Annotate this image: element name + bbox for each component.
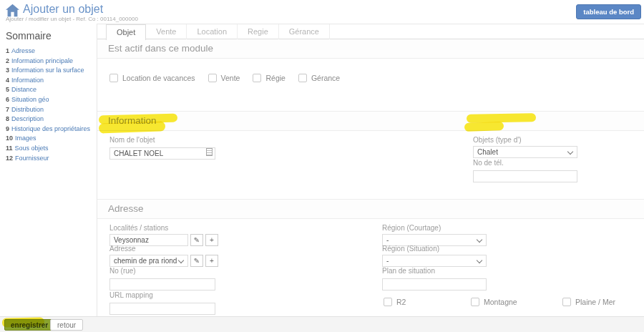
tab-objet[interactable]: Objet: [106, 24, 146, 40]
item-number: 1: [6, 47, 9, 54]
chevron-down-icon: [477, 258, 482, 263]
url-mapping-input[interactable]: [109, 303, 215, 315]
checkbox-plaine-mer[interactable]: Plaine / Mer: [562, 298, 615, 306]
pencil-icon: ✎: [194, 236, 200, 244]
sidebar-item-information-principale[interactable]: 2Information principale: [6, 57, 93, 67]
chevron-down-icon: [567, 149, 573, 155]
checkbox-label: Montagne: [484, 298, 517, 306]
sidebar-item-historique-proprietaires[interactable]: 9Historique des propriétaires: [6, 125, 93, 135]
item-link[interactable]: Situation géo: [11, 96, 49, 103]
select-value: -: [386, 236, 389, 244]
item-link[interactable]: Description: [11, 115, 44, 122]
item-link[interactable]: Information sur la surface: [11, 67, 84, 74]
chevron-down-icon: [477, 237, 482, 243]
section-adresse: Localités / stations ✎ + Adresse chemin …: [97, 219, 644, 328]
item-link[interactable]: Fournisseur: [15, 155, 49, 162]
item-number: 5: [6, 86, 9, 93]
checkbox-vente[interactable]: Vente: [208, 74, 240, 82]
sidebar-item-adresse[interactable]: 1Adresse: [6, 47, 93, 57]
sidebar-item-sous-objets[interactable]: 11Sous objets: [6, 144, 93, 154]
checkbox-montagne[interactable]: Montagne: [471, 298, 517, 306]
item-number: 3: [6, 67, 9, 74]
tab-bar: Objet Vente Location Regie Gérance: [97, 24, 644, 39]
checkbox-location-de-vacances[interactable]: Location de vacances: [109, 74, 195, 82]
tel-label: No de tél.: [473, 159, 577, 167]
footer-bar: enregistrer retour: [0, 316, 644, 332]
adresse-select[interactable]: chemin de pra riond: [109, 255, 188, 267]
localites-label: Localités / stations: [109, 224, 218, 232]
item-link[interactable]: Distance: [11, 86, 36, 93]
checkbox-regie[interactable]: Régie: [253, 74, 285, 82]
tab-vente[interactable]: Vente: [146, 24, 187, 39]
checkbox-r2[interactable]: R2: [384, 298, 406, 306]
tel-input[interactable]: [473, 170, 577, 182]
no-rue-input[interactable]: [109, 278, 215, 290]
no-rue-label: No (rue): [109, 267, 215, 275]
sidebar-item-information-surface[interactable]: 3Information sur la surface: [6, 66, 93, 76]
checkbox-box[interactable]: [384, 298, 392, 306]
page-title: Ajouter un objet: [23, 3, 103, 16]
item-link[interactable]: Images: [15, 135, 36, 142]
region-situation-label: Région (Situation): [382, 245, 487, 253]
item-number: 11: [6, 145, 13, 152]
checkbox-box[interactable]: [562, 298, 571, 306]
sidebar-title: Sommaire: [6, 30, 93, 42]
plus-icon: +: [210, 236, 214, 244]
checkbox-box[interactable]: [208, 74, 217, 82]
item-link[interactable]: Historique des propriétaires: [11, 125, 90, 132]
text-addon-icon[interactable]: [206, 148, 213, 156]
edit-adresse-button[interactable]: ✎: [190, 255, 203, 267]
region-courtage-label: Région (Courtage): [382, 224, 487, 232]
item-link[interactable]: Information: [11, 77, 44, 84]
section-title-module: Est actif dans ce module: [97, 39, 644, 59]
dashboard-button[interactable]: tableau de bord: [576, 4, 641, 19]
nom-objet-input[interactable]: [109, 147, 215, 160]
checkbox-label: Location de vacances: [122, 74, 195, 82]
checkbox-box[interactable]: [253, 74, 261, 82]
item-link[interactable]: Adresse: [11, 47, 35, 54]
item-link[interactable]: Sous objets: [15, 145, 49, 152]
tab-location[interactable]: Location: [187, 24, 238, 39]
section-title-information: Information: [97, 111, 644, 131]
url-mapping-label: URL mapping: [109, 291, 215, 299]
item-number: 8: [6, 115, 9, 122]
checkbox-box[interactable]: [298, 74, 307, 82]
sidebar-item-distribution[interactable]: 7Distribution: [6, 105, 93, 115]
item-number: 4: [6, 77, 9, 84]
page-subtitle: Ajouter / modifier un objet - Ref. Co : …: [6, 16, 138, 22]
sidebar-item-images[interactable]: 10Images: [6, 134, 93, 144]
save-button[interactable]: enregistrer: [4, 319, 54, 331]
item-number: 6: [6, 96, 9, 103]
tab-regie[interactable]: Regie: [238, 24, 279, 39]
sidebar-item-distance[interactable]: 5Distance: [6, 85, 93, 95]
type-objet-select[interactable]: Chalet: [473, 146, 577, 158]
item-link[interactable]: Information principale: [11, 57, 73, 64]
item-number: 7: [6, 106, 9, 113]
checkbox-box[interactable]: [109, 74, 118, 82]
tab-gerance[interactable]: Gérance: [279, 24, 330, 39]
content-panel: Objet Vente Location Regie Gérance Est a…: [97, 24, 644, 316]
checkbox-label: Gérance: [311, 74, 340, 82]
checkbox-label: Vente: [221, 74, 240, 82]
item-number: 2: [6, 57, 9, 64]
back-button[interactable]: retour: [50, 319, 83, 331]
add-adresse-button[interactable]: +: [205, 255, 218, 267]
region-situation-select[interactable]: -: [382, 255, 487, 267]
section-module: Location de vacances Vente Régie Gérance: [97, 59, 644, 111]
sidebar-item-information[interactable]: 4Information: [6, 76, 93, 86]
checkbox-box[interactable]: [471, 298, 479, 306]
sidebar-item-situation-geo[interactable]: 6Situation géo: [6, 95, 93, 105]
sidebar-item-fournisseur[interactable]: 12Fournisseur: [6, 154, 93, 164]
app-header: Ajouter un objet Ajouter / modifier un o…: [0, 0, 644, 24]
item-number: 9: [6, 125, 9, 132]
section-title-adresse: Adresse: [97, 199, 644, 219]
plus-icon: +: [210, 257, 214, 265]
checkbox-label: Plaine / Mer: [575, 298, 615, 306]
sidebar-item-description[interactable]: 8Description: [6, 114, 93, 125]
item-link[interactable]: Distribution: [11, 106, 44, 113]
sidebar-sommaire: Sommaire 1Adresse 2Information principal…: [6, 30, 93, 163]
checkbox-gerance[interactable]: Gérance: [298, 74, 340, 82]
plan-situation-input[interactable]: [382, 278, 487, 290]
item-number: 10: [6, 135, 13, 142]
select-value: Chalet: [477, 148, 498, 156]
